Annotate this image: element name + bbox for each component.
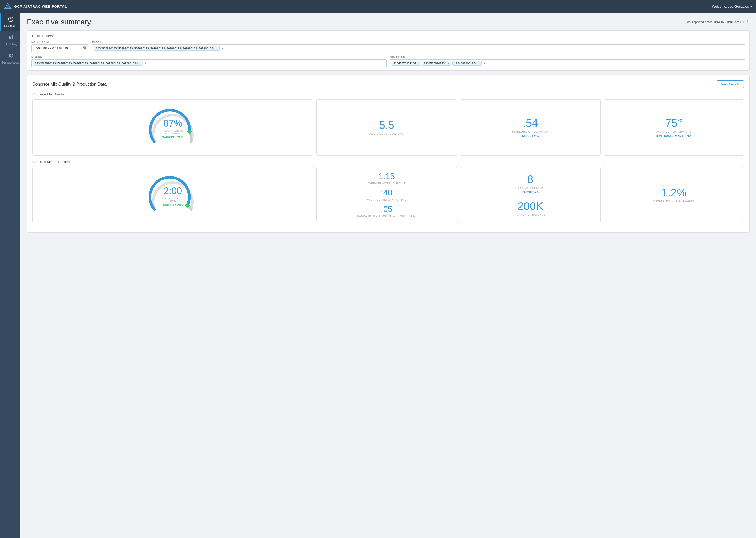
card-header: Concrete Mix Quality & Production Data V… [32, 81, 744, 88]
date-range-input[interactable]: 07/08/2019 - 07/19/2019 📅 [31, 44, 89, 52]
data-settings-icon [8, 35, 14, 42]
avg-air-content-value: 5.5 [379, 120, 394, 131]
avg-temp-target: TEMP RANGE = 45°F - 75°F [655, 134, 692, 137]
mix-type-tag-1: 12345678901234 ✕ [422, 61, 451, 66]
quality-section-label: Concrete Mix Quality [32, 92, 744, 96]
avg-temp-unit: °F [678, 118, 683, 124]
card-title: Concrete Mix Quality & Production Data [32, 82, 107, 87]
mixers-tag: 1234567890123456789012345678901234567890… [33, 61, 143, 66]
date-range-filter: DATE RANGE 07/08/2019 - 07/19/2019 📅 [31, 40, 89, 52]
dashboard-icon [8, 16, 14, 24]
mixers-tag-remove[interactable]: ✕ [139, 62, 141, 65]
production-gauge-box: 2:00 AVERAGE BATCH TIME TARGET = 2:00 [32, 167, 313, 223]
last-reported-value: 3/14 07:00:00 AM ET [714, 20, 744, 24]
mix-type-tag-1-remove[interactable]: ✕ [447, 62, 449, 65]
sidebar-item-dashboard[interactable]: Dashboard [0, 13, 21, 31]
last-reported-label: Last reported data: [685, 20, 712, 24]
mix-types-label: MIX TYPES [390, 55, 745, 58]
mixers-tag-value: 1234567890123456789012345678901234567890… [35, 62, 138, 65]
plants-tag-value: 1234567890123456789012345678901234567890… [96, 47, 215, 50]
svg-rect-5 [12, 35, 13, 39]
mix-types-dropdown-icon[interactable]: ▾ [484, 62, 485, 65]
production-gauge: 2:00 AVERAGE BATCH TIME TARGET = 2:00 [149, 171, 196, 219]
nav-brand: GCP AIRTRAC WEB PORTAL [4, 3, 67, 10]
sidebar-label-dashboard: Dashboard [4, 25, 17, 27]
mix-type-tag-1-value: 12345678901234 [424, 62, 447, 65]
svg-point-7 [12, 55, 13, 56]
wet-mixing-group: :40 AVERAGE WET MIXING TIME [367, 188, 406, 201]
main-content: Executive summary Last reported data: 3/… [21, 13, 756, 538]
yield-variance-value: 1.2% [661, 187, 687, 198]
mixers-dropdown-icon[interactable]: ▾ [145, 62, 146, 65]
avg-temp-value: 75°F [665, 118, 683, 129]
production-gauge-sublabel: AVERAGE BATCH TIME [161, 197, 185, 202]
mixer-times-box: 1:15 AVERAGE MIXER IDLE TIME :40 AVERAGE… [316, 167, 457, 223]
user-chevron-icon[interactable]: ▾ [750, 5, 752, 8]
main-layout: Dashboard Data Settings Man [0, 13, 756, 538]
std-air-dev-value: .54 [523, 118, 538, 129]
mix-types-filter: MIX TYPES 12345678901234 ✕ 1234567890123… [390, 55, 745, 67]
batches-box: 8 # OF BATCHES/HR TARGET = 8 200K TOTAL … [460, 167, 601, 223]
date-range-label: DATE RANGE [31, 40, 89, 43]
total-batches-group: 200K TOTAL # OF BATCHES [515, 201, 545, 216]
top-nav: GCP AIRTRAC WEB PORTAL Welcome, Joe Gonz… [0, 0, 756, 13]
page-title: Executive summary [27, 18, 91, 26]
svg-point-9 [185, 203, 190, 207]
svg-rect-3 [9, 36, 10, 39]
quality-gauge-box: 87% PECENT WITHIN AIR TARGET TARGET = 75… [32, 99, 313, 155]
std-wet-mixing-label: STANDARD DEVIATION OF WET MIXING TIME [356, 215, 417, 218]
filters-toggle[interactable]: ▼ Data Filters [31, 34, 745, 38]
plants-tag: 1234567890123456789012345678901234567890… [94, 46, 220, 51]
welcome-text: Welcome, Joe Gonzales [712, 4, 749, 8]
plants-dropdown-icon[interactable]: ▾ [222, 47, 223, 50]
quality-gauge-sublabel: PECENT WITHIN AIR TARGET [161, 130, 185, 135]
production-section-label: Concrete Mix Production [32, 160, 744, 164]
std-air-dev-box: .54 STANDARD AIR DEVIATION TARGET = .5 [460, 99, 601, 155]
plants-tags[interactable]: 1234567890123456789012345678901234567890… [92, 44, 745, 52]
data-filters-panel: ▼ Data Filters DATE RANGE 07/08/2019 - 0… [27, 30, 750, 71]
batches-per-hr-value: 8 [518, 174, 543, 185]
user-info: Welcome, Joe Gonzales ▾ [712, 4, 752, 8]
mix-type-tag-0-remove[interactable]: ✕ [417, 62, 419, 65]
sidebar-item-manage-users[interactable]: Manage Users [0, 49, 21, 68]
production-gauge-target: TARGET = 2:00 [161, 203, 185, 206]
plants-label: PLANTS [92, 40, 745, 43]
production-gauge-text: 2:00 AVERAGE BATCH TIME TARGET = 2:00 [161, 186, 185, 206]
batches-per-hr-target: TARGET = 8 [518, 190, 543, 193]
quality-metrics-grid: 87% PECENT WITHIN AIR TARGET TARGET = 75… [32, 99, 744, 155]
wet-mixing-value: :40 [367, 188, 406, 197]
avg-temp-label: AVERAGE TEMPERATURE [656, 130, 692, 133]
batches-per-hr-group: 8 # OF BATCHES/HR TARGET = 8 [518, 174, 543, 193]
manage-users-icon [8, 53, 14, 60]
mix-type-tag-2-remove[interactable]: ✕ [478, 62, 480, 65]
avg-temp-number: 75 [665, 117, 678, 129]
filters-toggle-label: Data Filters [35, 34, 53, 38]
mix-type-tag-0: 12345678901234 ✕ [392, 61, 421, 66]
yield-variance-box: 1.2% CUMULATIVE YIELD VARIANCE [604, 167, 744, 223]
calendar-icon: 📅 [83, 46, 87, 50]
mix-type-tag-2-value: 12345678901234 [454, 62, 477, 65]
plants-filter: PLANTS 123456789012345678901234567890123… [92, 40, 745, 52]
mixers-tags[interactable]: 1234567890123456789012345678901234567890… [31, 59, 387, 67]
sidebar-item-data-settings[interactable]: Data Settings [0, 31, 21, 49]
refresh-icon[interactable]: ↻ [746, 20, 750, 25]
production-gauge-value: 2:00 [161, 186, 185, 196]
std-wet-mixing-group: :05 STANDARD DEVIATION OF WET MIXING TIM… [356, 205, 417, 218]
filters-row1: DATE RANGE 07/08/2019 - 07/19/2019 📅 PLA… [31, 40, 745, 52]
sidebar-label-data-settings: Data Settings [3, 43, 19, 46]
yield-variance-label: CUMULATIVE YIELD VARIANCE [653, 200, 695, 203]
last-reported: Last reported data: 3/14 07:00:00 AM ET … [685, 20, 750, 25]
plants-tag-remove[interactable]: ✕ [216, 47, 218, 50]
mix-type-tag-0-value: 12345678901234 [394, 62, 416, 65]
total-batches-value: 200K [515, 201, 545, 212]
batches-per-hr-label: # OF BATCHES/HR [518, 187, 543, 189]
wet-mixing-label: AVERAGE WET MIXING TIME [367, 198, 406, 201]
avg-temp-box: 75°F AVERAGE TEMPERATURE TEMP RANGE = 45… [604, 99, 744, 155]
quality-gauge-value: 87% [161, 118, 185, 129]
total-batches-label: TOTAL # OF BATCHES [515, 213, 545, 216]
mix-types-tags[interactable]: 12345678901234 ✕ 12345678901234 ✕ 123456… [390, 59, 745, 67]
view-details-button[interactable]: View Details [717, 81, 744, 88]
std-air-dev-label: STANDARD AIR DEVIATION [512, 130, 548, 133]
brand-title: GCP AIRTRAC WEB PORTAL [14, 4, 67, 8]
idle-time-value: 1:15 [367, 172, 405, 181]
